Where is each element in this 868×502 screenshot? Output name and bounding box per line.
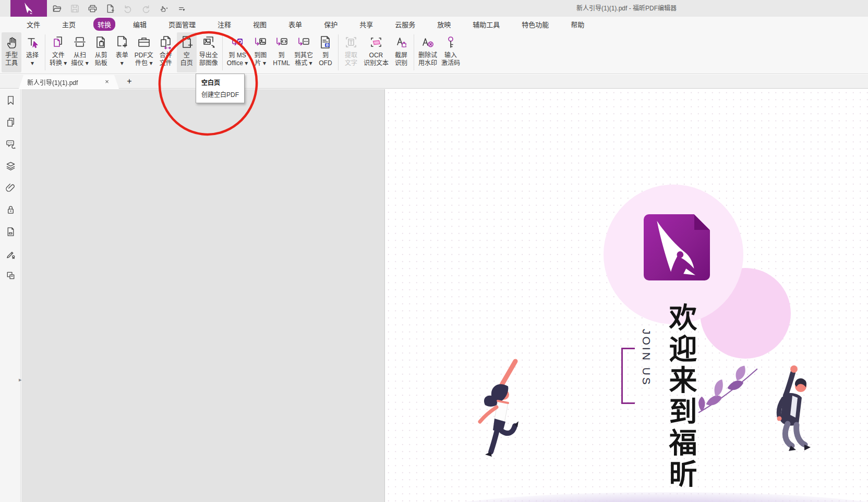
lock-icon bbox=[5, 204, 16, 215]
form-icon bbox=[114, 33, 130, 52]
menu-page-management[interactable]: 页面管理 bbox=[164, 18, 200, 31]
select-tool-icon bbox=[25, 33, 40, 52]
menu-form[interactable]: 表单 bbox=[284, 18, 306, 31]
comments-icon bbox=[5, 139, 16, 150]
menu-help[interactable]: 帮助 bbox=[566, 18, 588, 31]
ribbon-button-to-ms-office[interactable]: 到 MS Office ▾ bbox=[225, 32, 249, 72]
sidebar-item-pages[interactable] bbox=[0, 111, 21, 133]
tooltip-title: 空白页 bbox=[201, 78, 239, 87]
menu-share[interactable]: 共享 bbox=[355, 18, 377, 31]
menu-file[interactable]: 文件 bbox=[22, 18, 44, 31]
jumping-man-illustration bbox=[753, 359, 815, 471]
app-logo[interactable] bbox=[10, 0, 47, 17]
open-file-button[interactable] bbox=[51, 3, 63, 14]
sidebar-item-bookmarks[interactable] bbox=[0, 89, 21, 111]
pages-icon bbox=[5, 117, 16, 128]
sidebar-item-layers[interactable] bbox=[0, 155, 21, 177]
export-images-icon bbox=[201, 33, 216, 52]
menu-edit[interactable]: 编辑 bbox=[129, 18, 151, 31]
menu-convert[interactable]: 转换 bbox=[93, 18, 115, 31]
ribbon-button-combine-files[interactable]: 合并 文件 bbox=[156, 32, 176, 72]
activation-code-icon bbox=[443, 33, 459, 52]
ribbon-button-form[interactable]: 表单 ▾ bbox=[112, 32, 132, 72]
ribbon-button-remove-trial-watermark[interactable]: 删除试 用水印 bbox=[417, 32, 439, 72]
ribbon-button-file-convert[interactable]: 文件 转换 ▾ bbox=[48, 32, 68, 72]
sidebar-item-signatures[interactable] bbox=[0, 242, 21, 264]
jumping-woman-illustration bbox=[467, 356, 525, 468]
print-button[interactable] bbox=[87, 3, 98, 14]
clipboard-icon bbox=[93, 33, 109, 52]
menu-cloud[interactable]: 云服务 bbox=[391, 18, 419, 31]
sidebar-item-comments[interactable] bbox=[0, 133, 21, 155]
remove-watermark-icon bbox=[420, 33, 436, 52]
menu-accessibility[interactable]: 辅助工具 bbox=[468, 18, 504, 31]
ribbon-separator bbox=[414, 34, 414, 70]
menu-protect[interactable]: 保护 bbox=[320, 18, 342, 31]
leaves-illustration bbox=[694, 364, 761, 415]
signature-icon bbox=[5, 248, 16, 259]
ribbon-button-to-html[interactable]: 到 HTML bbox=[271, 32, 292, 72]
undo-button[interactable] bbox=[122, 3, 134, 14]
pdf-page[interactable]: 欢迎来到福昕 JOIN US bbox=[384, 89, 868, 502]
file-convert-icon bbox=[51, 33, 66, 52]
sidebar-item-security[interactable] bbox=[0, 199, 21, 221]
ribbon-separator bbox=[222, 34, 223, 70]
floor-glow bbox=[414, 492, 868, 502]
ribbon-button-blank-page[interactable]: 空 白页 bbox=[177, 32, 197, 72]
bookmark-icon bbox=[5, 95, 16, 106]
ribbon-button-to-other-formats[interactable]: 到其它 格式 ▾ bbox=[293, 32, 315, 72]
menu-present[interactable]: 放映 bbox=[433, 18, 455, 31]
menu-bar: 文件 主页 转换 编辑 页面管理 注释 视图 表单 保护 共享 云服务 放映 辅… bbox=[0, 17, 868, 31]
document-canvas[interactable]: 欢迎来到福昕 JOIN US bbox=[21, 89, 868, 502]
document-tab[interactable]: 新人引导(1)(1).pdf bbox=[19, 75, 119, 89]
combine-files-icon bbox=[158, 33, 174, 52]
menu-view[interactable]: 视图 bbox=[249, 18, 271, 31]
sidebar-item-destinations[interactable] bbox=[0, 221, 21, 242]
new-tab-button[interactable]: + bbox=[124, 76, 135, 87]
menu-featured[interactable]: 特色功能 bbox=[517, 18, 553, 31]
to-ms-office-icon bbox=[230, 33, 245, 52]
redo-button[interactable] bbox=[140, 3, 151, 14]
screenshot-ocr-icon bbox=[393, 33, 409, 52]
paperclip-icon bbox=[5, 182, 16, 193]
foxit-logo-tile bbox=[644, 214, 710, 280]
ribbon-button-hand-tool[interactable]: 手型 工具 bbox=[2, 32, 21, 72]
tooltip-body: 创建空白PDF bbox=[201, 90, 239, 99]
layers-icon bbox=[5, 161, 16, 172]
ribbon-button-to-ofd[interactable]: 到 OFD bbox=[316, 32, 335, 72]
to-ofd-icon bbox=[318, 33, 333, 52]
join-us-label: JOIN US bbox=[639, 329, 653, 407]
ribbon-button-from-scanner[interactable]: 从扫 描仪 ▾ bbox=[69, 32, 90, 72]
to-other-formats-icon bbox=[296, 33, 311, 52]
to-html-icon bbox=[274, 33, 290, 52]
ribbon-button-export-all-images[interactable]: 导出全 部图像 bbox=[198, 32, 220, 72]
sidebar-item-attachments[interactable] bbox=[0, 177, 21, 199]
extract-text-icon bbox=[343, 33, 359, 52]
foxit-pen-icon bbox=[22, 2, 35, 15]
ribbon-button-pdf-portfolio[interactable]: PDF文 件包 ▾ bbox=[133, 32, 155, 72]
ribbon-button-screenshot-ocr[interactable]: 截屏 识别 bbox=[391, 32, 411, 72]
decor-bracket bbox=[621, 348, 635, 404]
document-tab-bar: 新人引导(1)(1).pdf + bbox=[0, 75, 868, 89]
ribbon-button-enter-activation-code[interactable]: 输入 激活码 bbox=[440, 32, 462, 72]
workspace: ▸ 欢迎来到福昕 JOIN US bbox=[0, 89, 868, 502]
customize-toolbar-button[interactable] bbox=[175, 3, 187, 14]
title-bar: 新人引导(1)(1).pdf - 福昕PDF编辑器 bbox=[0, 0, 868, 17]
menu-home[interactable]: 主页 bbox=[58, 18, 80, 31]
blank-page-tooltip: 空白页 创建空白PDF bbox=[196, 74, 245, 103]
menu-comment[interactable]: 注释 bbox=[213, 18, 235, 31]
page-dash-icon bbox=[5, 226, 16, 237]
ribbon-button-to-image[interactable]: 到图 片 ▾ bbox=[250, 32, 270, 72]
save-button[interactable] bbox=[69, 3, 80, 14]
to-image-icon bbox=[252, 33, 268, 52]
sidebar-item-linked-files[interactable] bbox=[0, 264, 21, 286]
ribbon-toolbar: 手型 工具 选择 ▾ 文件 转换 ▾ 从扫 描仪 ▾ 从剪 贴板 表单 ▾ PD… bbox=[0, 31, 868, 74]
close-tab-icon[interactable] bbox=[103, 78, 111, 85]
create-page-button[interactable] bbox=[104, 3, 116, 14]
ocr-icon bbox=[368, 33, 384, 52]
ribbon-button-ocr-text[interactable]: OCR 识别文本 bbox=[362, 32, 390, 72]
ribbon-button-select[interactable]: 选择 ▾ bbox=[22, 32, 42, 72]
touch-mode-button[interactable] bbox=[158, 3, 169, 14]
document-tab-label: 新人引导(1)(1).pdf bbox=[27, 78, 103, 87]
ribbon-button-from-clipboard[interactable]: 从剪 贴板 bbox=[91, 32, 111, 72]
